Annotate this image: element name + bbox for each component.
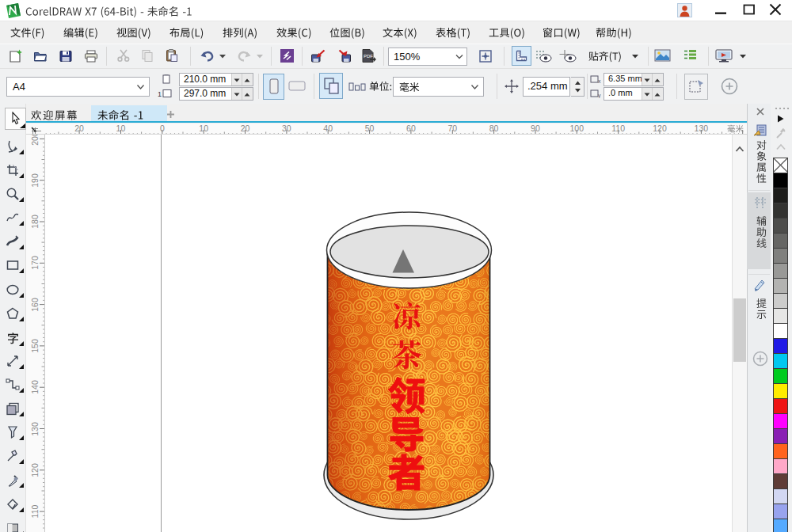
svg-text:x: x xyxy=(598,78,601,84)
svg-text:y: y xyxy=(598,93,601,98)
svg-text:PDF: PDF xyxy=(364,54,373,59)
svg-text:1: 1 xyxy=(158,90,162,98)
